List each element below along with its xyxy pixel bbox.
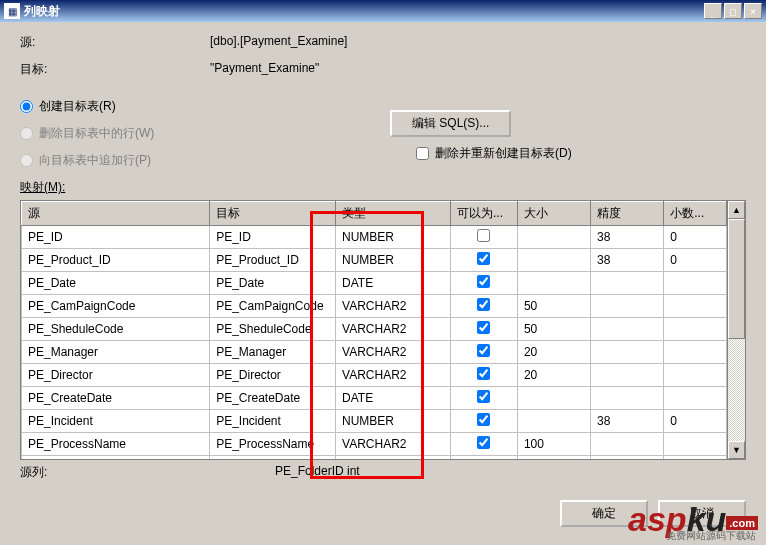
nullable-checkbox[interactable] <box>477 344 490 357</box>
cell-size[interactable]: 20 <box>517 364 590 387</box>
nullable-checkbox[interactable] <box>477 275 490 288</box>
cell-source[interactable]: PE_CamPaignCode <box>22 295 210 318</box>
cell-target[interactable]: PE_UserName <box>210 456 336 460</box>
cell-target[interactable]: PE_Manager <box>210 341 336 364</box>
cell-target[interactable]: PE_Date <box>210 272 336 295</box>
nullable-checkbox[interactable] <box>477 413 490 426</box>
cell-size[interactable] <box>517 387 590 410</box>
cell-type[interactable]: DATE <box>336 387 451 410</box>
cell-nullable[interactable] <box>451 318 518 341</box>
cell-precision[interactable] <box>591 341 664 364</box>
cell-target[interactable]: PE_CamPaignCode <box>210 295 336 318</box>
table-row[interactable]: PE_DirectorPE_DirectorVARCHAR220 <box>22 364 727 387</box>
table-row[interactable]: PE_IDPE_IDNUMBER380 <box>22 226 727 249</box>
cell-size[interactable]: 50 <box>517 318 590 341</box>
col-header-type[interactable]: 类型 <box>336 202 451 226</box>
col-header-target[interactable]: 目标 <box>210 202 336 226</box>
vertical-scrollbar[interactable]: ▲ ▼ <box>727 201 745 459</box>
cell-source[interactable]: PE_Manager <box>22 341 210 364</box>
cell-source[interactable]: PE_UserName <box>22 456 210 460</box>
nullable-checkbox[interactable] <box>477 229 490 242</box>
cell-size[interactable] <box>517 226 590 249</box>
ok-button[interactable]: 确定 <box>560 500 648 527</box>
maximize-button[interactable]: □ <box>724 3 742 19</box>
cell-source[interactable]: PE_ID <box>22 226 210 249</box>
cell-target[interactable]: PE_CreateDate <box>210 387 336 410</box>
cell-scale[interactable]: 0 <box>664 410 727 433</box>
cell-size[interactable] <box>517 249 590 272</box>
table-row[interactable]: PE_ProcessNamePE_ProcessNameVARCHAR2100 <box>22 433 727 456</box>
cell-scale[interactable] <box>664 341 727 364</box>
edit-sql-button[interactable]: 编辑 SQL(S)... <box>390 110 511 137</box>
nullable-checkbox[interactable] <box>477 321 490 334</box>
table-row[interactable]: PE_DatePE_DateDATE <box>22 272 727 295</box>
cell-source[interactable]: PE_Incident <box>22 410 210 433</box>
col-header-nullable[interactable]: 可以为... <box>451 202 518 226</box>
cell-type[interactable]: VARCHAR2 <box>336 456 451 460</box>
cell-source[interactable]: PE_CreateDate <box>22 387 210 410</box>
cell-nullable[interactable] <box>451 387 518 410</box>
cell-precision[interactable]: 38 <box>591 226 664 249</box>
table-row[interactable]: PE_SheduleCodePE_SheduleCodeVARCHAR250 <box>22 318 727 341</box>
cell-nullable[interactable] <box>451 433 518 456</box>
cell-target[interactable]: PE_ID <box>210 226 336 249</box>
scroll-thumb[interactable] <box>728 219 745 339</box>
cell-nullable[interactable] <box>451 364 518 387</box>
scroll-down-arrow[interactable]: ▼ <box>728 441 745 459</box>
radio-create-input[interactable] <box>20 100 33 113</box>
cell-source[interactable]: PE_SheduleCode <box>22 318 210 341</box>
cell-scale[interactable]: 0 <box>664 249 727 272</box>
cell-scale[interactable] <box>664 318 727 341</box>
col-header-size[interactable]: 大小 <box>517 202 590 226</box>
cell-type[interactable]: NUMBER <box>336 410 451 433</box>
cell-source[interactable]: PE_Product_ID <box>22 249 210 272</box>
col-header-precision[interactable]: 精度 <box>591 202 664 226</box>
cell-precision[interactable]: 38 <box>591 249 664 272</box>
cell-target[interactable]: PE_ProcessName <box>210 433 336 456</box>
table-row[interactable]: PE_CamPaignCodePE_CamPaignCodeVARCHAR250 <box>22 295 727 318</box>
cell-type[interactable]: VARCHAR2 <box>336 318 451 341</box>
cell-precision[interactable] <box>591 318 664 341</box>
cell-precision[interactable] <box>591 387 664 410</box>
cell-scale[interactable] <box>664 272 727 295</box>
col-header-scale[interactable]: 小数... <box>664 202 727 226</box>
cell-target[interactable]: PE_SheduleCode <box>210 318 336 341</box>
scroll-up-arrow[interactable]: ▲ <box>728 201 745 219</box>
cell-type[interactable]: VARCHAR2 <box>336 433 451 456</box>
cell-type[interactable]: VARCHAR2 <box>336 295 451 318</box>
close-button[interactable]: × <box>744 3 762 19</box>
cell-size[interactable]: 20 <box>517 341 590 364</box>
cancel-button[interactable]: 取消 <box>658 500 746 527</box>
cell-target[interactable]: PE_Director <box>210 364 336 387</box>
cell-type[interactable]: NUMBER <box>336 226 451 249</box>
nullable-checkbox[interactable] <box>477 436 490 449</box>
nullable-checkbox[interactable] <box>477 252 490 265</box>
drop-recreate-checkbox[interactable] <box>416 147 429 160</box>
table-row[interactable]: PE_IncidentPE_IncidentNUMBER380 <box>22 410 727 433</box>
cell-precision[interactable] <box>591 272 664 295</box>
cell-precision[interactable]: 38 <box>591 410 664 433</box>
cell-scale[interactable] <box>664 295 727 318</box>
nullable-checkbox[interactable] <box>477 390 490 403</box>
cell-source[interactable]: PE_Director <box>22 364 210 387</box>
scroll-track[interactable] <box>728 219 745 441</box>
cell-nullable[interactable] <box>451 272 518 295</box>
cell-type[interactable]: VARCHAR2 <box>336 364 451 387</box>
table-row[interactable]: PE_UserNamePE_UserNameVARCHAR250 <box>22 456 727 460</box>
cell-size[interactable] <box>517 410 590 433</box>
cell-scale[interactable] <box>664 456 727 460</box>
cell-nullable[interactable] <box>451 341 518 364</box>
table-row[interactable]: PE_CreateDatePE_CreateDateDATE <box>22 387 727 410</box>
cell-scale[interactable]: 0 <box>664 226 727 249</box>
table-row[interactable]: PE_ManagerPE_ManagerVARCHAR220 <box>22 341 727 364</box>
cell-size[interactable] <box>517 272 590 295</box>
cell-size[interactable]: 100 <box>517 433 590 456</box>
cell-source[interactable]: PE_Date <box>22 272 210 295</box>
cell-nullable[interactable] <box>451 226 518 249</box>
cell-nullable[interactable] <box>451 295 518 318</box>
cell-type[interactable]: VARCHAR2 <box>336 341 451 364</box>
cell-precision[interactable] <box>591 364 664 387</box>
col-header-source[interactable]: 源 <box>22 202 210 226</box>
cell-scale[interactable] <box>664 387 727 410</box>
cell-size[interactable]: 50 <box>517 295 590 318</box>
